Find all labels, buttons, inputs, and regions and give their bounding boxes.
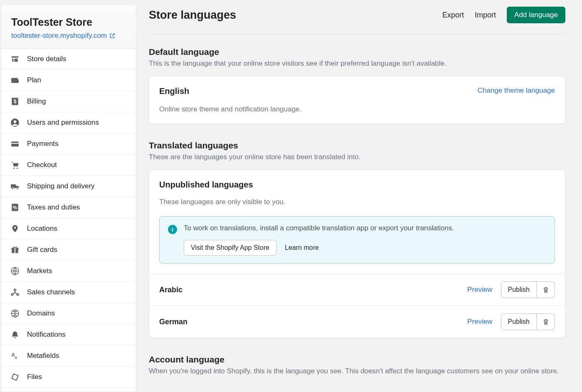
page-title: Store languages (149, 9, 236, 22)
sidebar-item-users[interactable]: Users and permissions (1, 112, 136, 133)
language-row-german: German Preview Publish (149, 306, 565, 338)
sidebar-list: Store details Plan $ Billing Users and p… (1, 49, 136, 388)
unpublished-languages-card: Unpublished languages These languages ar… (149, 170, 565, 338)
translated-languages-section: Translated languages These are the langu… (149, 141, 565, 338)
trash-icon (542, 318, 550, 325)
info-banner-text: To work on translations, install a compa… (184, 224, 454, 232)
svg-rect-5 (11, 143, 19, 144)
pin-icon (10, 224, 20, 233)
sidebar-item-store-details[interactable]: Store details (1, 49, 136, 70)
sidebar-item-label: Payments (27, 140, 59, 148)
svg-text:a: a (15, 355, 17, 360)
files-icon (10, 372, 20, 382)
delete-button[interactable] (537, 313, 555, 330)
default-language-card: English Change theme language Online sto… (149, 76, 565, 124)
sidebar-item-taxes[interactable]: % Taxes and duties (1, 197, 136, 218)
store-url-text: tooltester-store.myshopify.com (11, 32, 107, 40)
language-row-arabic: Arabic Preview Publish (149, 274, 565, 306)
sidebar-item-checkout[interactable]: Checkout (1, 155, 136, 176)
preview-link[interactable]: Preview (467, 286, 492, 294)
user-icon (10, 118, 20, 127)
store-url-link[interactable]: tooltester-store.myshopify.com (11, 32, 115, 40)
sidebar-item-sales-channels[interactable]: Sales channels (1, 282, 136, 303)
visit-app-store-button[interactable]: Visit the Shopify App Store (184, 240, 276, 256)
publish-button[interactable]: Publish (501, 313, 537, 330)
section-description: These are the languages your online stor… (149, 153, 565, 161)
add-language-button[interactable]: Add language (507, 7, 565, 23)
page-header: Store languages Export Import Add langua… (149, 7, 565, 35)
learn-more-link[interactable]: Learn more (285, 244, 319, 251)
sidebar-item-locations[interactable]: Locations (1, 218, 136, 239)
unpublished-description: These languages are only visible to you. (159, 198, 555, 206)
section-description: When you're logged into Shopify, this is… (149, 367, 565, 375)
default-language-description: Online store theme and notification lang… (159, 105, 555, 113)
svg-point-9 (16, 187, 18, 189)
default-language-name: English (159, 86, 189, 96)
sidebar-item-plan[interactable]: Plan (1, 70, 136, 91)
sidebar-item-label: Gift cards (27, 246, 57, 254)
sidebar-item-label: Store details (27, 55, 67, 63)
svg-text:$: $ (14, 99, 17, 104)
sidebar-item-label: Taxes and duties (27, 203, 80, 212)
sidebar-item-billing[interactable]: $ Billing (1, 91, 136, 112)
sidebar-item-payments[interactable]: Payments (1, 133, 136, 155)
sidebar-item-label: Billing (27, 97, 46, 106)
unpublished-title: Unpublished languages (159, 180, 555, 190)
external-link-icon (109, 33, 115, 39)
bell-icon (10, 330, 20, 339)
channels-icon (10, 288, 20, 297)
domain-icon (10, 309, 20, 318)
svg-point-7 (17, 168, 18, 169)
svg-rect-15 (15, 248, 15, 253)
export-button[interactable]: Export (442, 11, 464, 20)
sidebar-item-shipping[interactable]: Shipping and delivery (1, 176, 136, 197)
sidebar-item-label: Metafields (27, 352, 59, 360)
sidebar-item-notifications[interactable]: Notifications (1, 324, 136, 345)
sidebar-item-label: Sales channels (27, 288, 75, 296)
svg-point-3 (14, 121, 17, 123)
card-icon (10, 139, 20, 148)
main-content: Store languages Export Import Add langua… (136, 0, 582, 392)
delete-button[interactable] (537, 281, 555, 298)
header-actions: Export Import Add language (442, 7, 565, 23)
language-name: German (159, 318, 187, 326)
store-title: ToolTester Store (11, 16, 126, 28)
sidebar-item-label: Checkout (27, 161, 57, 169)
sidebar-item-label: Markets (27, 267, 52, 275)
svg-point-12 (14, 227, 16, 229)
metafields-icon: Aa (10, 351, 20, 360)
trash-icon (542, 286, 550, 293)
sidebar-item-markets[interactable]: Markets (1, 261, 136, 282)
sidebar-item-label: Files (27, 373, 42, 381)
sidebar-item-gift-cards[interactable]: Gift cards (1, 239, 136, 261)
section-title: Default language (149, 47, 565, 57)
sidebar-item-files[interactable]: Files (1, 367, 136, 388)
truck-icon (10, 182, 20, 191)
globe-icon (10, 266, 20, 276)
sidebar-item-label: Plan (27, 76, 41, 84)
store-icon (10, 54, 20, 64)
section-description: This is the language that your online st… (149, 59, 565, 68)
svg-text:%: % (13, 205, 17, 210)
svg-point-17 (14, 289, 16, 291)
default-language-section: Default language This is the language th… (149, 47, 565, 124)
wallet-icon (10, 76, 20, 85)
preview-link[interactable]: Preview (467, 318, 492, 326)
publish-button[interactable]: Publish (501, 281, 537, 298)
section-title: Account language (149, 355, 565, 365)
sidebar-item-domains[interactable]: Domains (1, 303, 136, 324)
sidebar-item-label: Notifications (27, 330, 66, 339)
sidebar-item-metafields[interactable]: Aa Metafields (1, 345, 136, 367)
language-name: Arabic (159, 286, 182, 294)
sidebar-item-label: Users and permissions (27, 118, 99, 127)
info-icon: i (168, 225, 177, 234)
info-banner: i To work on translations, install a com… (159, 216, 555, 264)
import-button[interactable]: Import (475, 11, 496, 20)
svg-point-8 (12, 187, 13, 189)
svg-rect-4 (11, 142, 19, 147)
change-theme-language-link[interactable]: Change theme language (478, 86, 555, 95)
svg-point-6 (13, 168, 15, 169)
sidebar-item-label: Shipping and delivery (27, 182, 95, 190)
svg-text:A: A (11, 352, 15, 358)
gift-icon (10, 245, 20, 254)
